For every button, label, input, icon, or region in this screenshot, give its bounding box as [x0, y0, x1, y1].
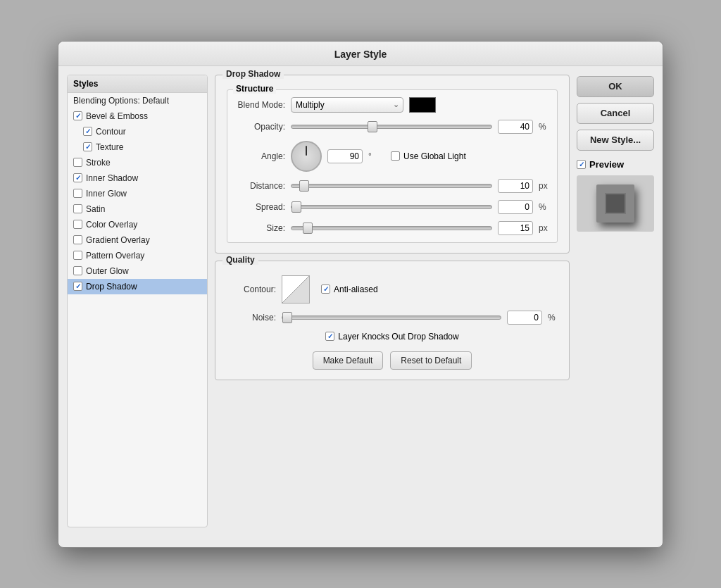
sidebar-item-texture[interactable]: Texture — [68, 139, 207, 155]
structure-title: Structure — [233, 84, 276, 94]
reset-to-default-button[interactable]: Reset to Default — [390, 351, 472, 370]
right-panel: OK Cancel New Style... Preview — [577, 75, 654, 527]
stroke-label: Stroke — [86, 158, 111, 168]
inner-glow-label: Inner Glow — [86, 189, 127, 199]
spread-unit: % — [539, 202, 548, 212]
preview-label[interactable]: Preview — [577, 159, 654, 170]
color-overlay-label: Color Overlay — [86, 220, 137, 230]
noise-slider[interactable] — [282, 315, 501, 320]
contour-row: Contour: Anti-aliased — [227, 275, 558, 304]
blending-options-label: Blending Options: Default — [73, 96, 169, 106]
gradient-overlay-label: Gradient Overlay — [86, 235, 150, 245]
shadow-color-swatch[interactable] — [409, 97, 436, 113]
texture-checkbox[interactable] — [83, 142, 92, 151]
sidebar-item-satin[interactable]: Satin — [68, 201, 207, 217]
drop-shadow-label: Drop Shadow — [86, 282, 137, 292]
use-global-light-text: Use Global Light — [403, 151, 466, 161]
distance-label: Distance: — [236, 181, 285, 191]
distance-row: Distance: px — [236, 179, 548, 193]
spread-input[interactable] — [498, 200, 533, 214]
preview-text: Preview — [589, 159, 624, 170]
size-slider[interactable] — [291, 226, 492, 230]
outer-glow-checkbox[interactable] — [73, 266, 82, 275]
angle-row: Angle: ° Use Global Light — [236, 141, 548, 172]
use-global-light-checkbox[interactable] — [391, 151, 400, 161]
stroke-checkbox[interactable] — [73, 158, 82, 167]
anti-aliased-checkbox[interactable] — [321, 284, 330, 294]
preview-checkbox[interactable] — [577, 160, 586, 169]
use-global-light-label[interactable]: Use Global Light — [391, 151, 466, 161]
sidebar-item-color-overlay[interactable]: Color Overlay — [68, 217, 207, 232]
preview-icon — [605, 193, 626, 214]
texture-label: Texture — [96, 142, 123, 152]
new-style-button[interactable]: New Style... — [577, 130, 654, 151]
size-slider-container — [291, 223, 492, 234]
ok-button[interactable]: OK — [577, 76, 654, 97]
inner-shadow-label: Inner Shadow — [86, 173, 138, 183]
anti-aliased-label[interactable]: Anti-aliased — [321, 284, 378, 294]
outer-glow-label: Outer Glow — [86, 266, 129, 276]
contour-checkbox[interactable] — [83, 127, 92, 136]
sidebar-item-inner-glow[interactable]: Inner Glow — [68, 186, 207, 201]
bevel-emboss-checkbox[interactable] — [73, 111, 82, 120]
pattern-overlay-label: Pattern Overlay — [86, 251, 144, 261]
blend-mode-select-wrapper: Normal Dissolve Multiply Screen Overlay … — [291, 97, 403, 113]
dialog-title: Layer Style — [58, 42, 663, 66]
action-buttons-row: Make Default Reset to Default — [227, 351, 558, 370]
angle-input[interactable] — [327, 149, 363, 163]
distance-input[interactable] — [498, 179, 533, 193]
noise-label: Noise: — [227, 313, 276, 323]
contour-thumbnail[interactable] — [282, 275, 310, 304]
opacity-row: Opacity: % — [236, 120, 548, 134]
sidebar-item-inner-shadow[interactable]: Inner Shadow — [68, 170, 207, 186]
cancel-button[interactable]: Cancel — [577, 103, 654, 124]
drop-shadow-title: Drop Shadow — [222, 69, 284, 79]
color-overlay-checkbox[interactable] — [73, 220, 82, 229]
size-unit: px — [539, 223, 548, 233]
contour-label: Contour: — [227, 284, 276, 294]
sidebar-item-blending[interactable]: Blending Options: Default — [68, 93, 207, 108]
sidebar-item-bevel-emboss[interactable]: Bevel & Emboss — [68, 108, 207, 124]
contour-label: Contour — [96, 127, 126, 137]
noise-input[interactable] — [507, 311, 542, 325]
layer-knocks-out-text: Layer Knocks Out Drop Shadow — [338, 332, 458, 342]
drop-shadow-section: Drop Shadow Structure Blend Mode: Normal… — [215, 75, 570, 254]
make-default-button[interactable]: Make Default — [313, 351, 384, 370]
inner-glow-checkbox[interactable] — [73, 189, 82, 198]
anti-aliased-text: Anti-aliased — [334, 284, 378, 294]
distance-slider[interactable] — [291, 184, 492, 188]
opacity-unit: % — [539, 122, 548, 132]
sidebar-item-stroke[interactable]: Stroke — [68, 155, 207, 170]
layer-knocks-out-checkbox[interactable] — [325, 332, 334, 341]
opacity-slider[interactable] — [291, 125, 492, 129]
layer-knocks-out-label[interactable]: Layer Knocks Out Drop Shadow — [325, 332, 458, 342]
satin-checkbox[interactable] — [73, 204, 82, 213]
blend-mode-label: Blend Mode: — [236, 100, 285, 110]
angle-dial[interactable] — [291, 141, 322, 172]
contour-svg — [282, 276, 309, 303]
sidebar-item-pattern-overlay[interactable]: Pattern Overlay — [68, 248, 207, 263]
middle-panel: Drop Shadow Structure Blend Mode: Normal… — [215, 75, 570, 527]
sidebar-item-contour[interactable]: Contour — [68, 124, 207, 139]
sidebar-item-drop-shadow[interactable]: Drop Shadow — [68, 279, 207, 294]
noise-unit: % — [548, 313, 558, 323]
left-panel: Styles Blending Options: Default Bevel &… — [67, 75, 208, 527]
spread-slider[interactable] — [291, 205, 492, 209]
noise-row: Noise: % — [227, 311, 558, 325]
pattern-overlay-checkbox[interactable] — [73, 251, 82, 260]
satin-label: Satin — [86, 204, 105, 214]
size-input[interactable] — [498, 221, 533, 235]
distance-unit: px — [539, 181, 548, 191]
gradient-overlay-checkbox[interactable] — [73, 235, 82, 244]
distance-slider-container — [291, 180, 492, 192]
drop-shadow-checkbox[interactable] — [73, 282, 82, 291]
opacity-input[interactable] — [498, 120, 533, 134]
sidebar-item-gradient-overlay[interactable]: Gradient Overlay — [68, 232, 207, 248]
noise-slider-container — [282, 312, 501, 323]
bevel-emboss-label: Bevel & Emboss — [86, 111, 148, 121]
size-row: Size: px — [236, 221, 548, 235]
sidebar-item-outer-glow[interactable]: Outer Glow — [68, 263, 207, 279]
inner-shadow-checkbox[interactable] — [73, 173, 82, 182]
blend-mode-select[interactable]: Normal Dissolve Multiply Screen Overlay … — [291, 97, 403, 113]
angle-unit: ° — [368, 151, 378, 161]
